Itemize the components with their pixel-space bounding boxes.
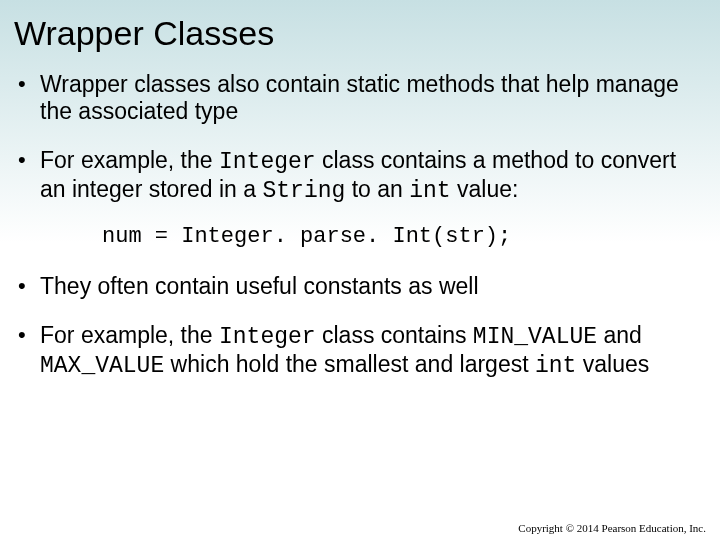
- bullet-1: Wrapper classes also contain static meth…: [40, 71, 696, 125]
- b4-part-b: class contains: [316, 322, 473, 348]
- bullet-list: Wrapper classes also contain static meth…: [40, 71, 696, 206]
- b4-part-e: values: [576, 351, 649, 377]
- b4-part-a: For example, the: [40, 322, 219, 348]
- bullet-3: They often contain useful constants as w…: [40, 273, 696, 300]
- code-line: num = Integer. parse. Int(str);: [102, 224, 700, 249]
- bullet-2: For example, the Integer class contains …: [40, 147, 696, 205]
- bullet-4: For example, the Integer class contains …: [40, 322, 696, 380]
- b2-code-1: Integer: [219, 149, 316, 175]
- b2-code-2: String: [262, 178, 345, 204]
- copyright-footer: Copyright © 2014 Pearson Education, Inc.: [518, 522, 706, 534]
- b2-part-d: value:: [451, 176, 519, 202]
- bullet-list-2: They often contain useful constants as w…: [40, 273, 696, 380]
- b4-code-3: MAX_VALUE: [40, 353, 164, 379]
- b2-part-a: For example, the: [40, 147, 219, 173]
- slide-title: Wrapper Classes: [14, 14, 700, 53]
- b4-code-1: Integer: [219, 324, 316, 350]
- b4-part-c: and: [597, 322, 642, 348]
- b4-part-d: which hold the smallest and largest: [164, 351, 535, 377]
- b4-code-2: MIN_VALUE: [473, 324, 597, 350]
- b4-code-4: int: [535, 353, 576, 379]
- b2-part-c: to an: [345, 176, 409, 202]
- b2-code-3: int: [409, 178, 450, 204]
